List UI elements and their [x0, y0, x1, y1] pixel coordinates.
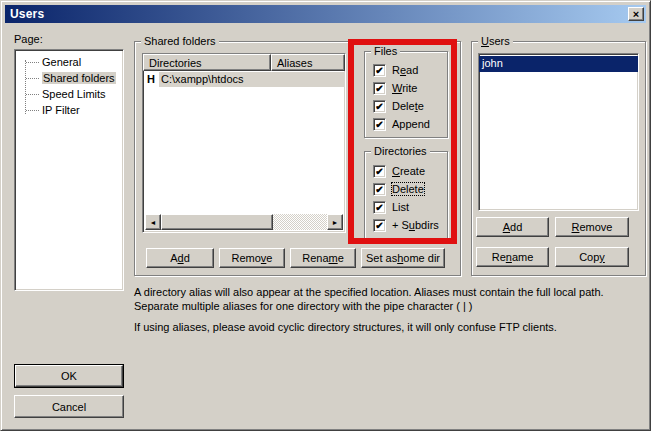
horizontal-scrollbar: ◄ ► [145, 214, 343, 230]
listview-header: Directories Aliases [143, 54, 345, 71]
set-as-home-dir-button[interactable]: Set as home dir [361, 248, 445, 268]
dirs-subdirs-option: ✔ + Subdirs [373, 218, 439, 232]
page-tree: General Shared folders Speed Limits IP F… [14, 49, 124, 291]
column-header-aliases[interactable]: Aliases [271, 54, 345, 71]
close-icon: × [633, 9, 639, 19]
users-add-button[interactable]: Add [476, 217, 549, 237]
files-delete-label[interactable]: Delete [392, 100, 424, 112]
home-marker: H [147, 73, 159, 85]
users-dialog: Users × Page: General Shared folders Spe… [0, 0, 651, 431]
users-listbox: john [478, 53, 639, 211]
dirs-delete-option: ✔ Delete [373, 182, 424, 196]
subdirs-checkbox[interactable]: ✔ [373, 219, 386, 232]
users-rename-button[interactable]: Rename [476, 247, 549, 267]
column-header-directories[interactable]: Directories [143, 54, 271, 71]
scroll-right-button[interactable]: ► [327, 214, 343, 230]
scroll-left-icon: ◄ [150, 219, 157, 226]
sidebar-item-general[interactable]: General [15, 54, 123, 70]
list-label[interactable]: List [392, 201, 409, 213]
shared-rename-button[interactable]: Rename [290, 248, 356, 268]
append-checkbox[interactable]: ✔ [373, 118, 386, 131]
scroll-thumb[interactable] [161, 214, 273, 230]
files-delete-checkbox[interactable]: ✔ [373, 100, 386, 113]
scroll-left-button[interactable]: ◄ [145, 214, 161, 230]
alias-notes: A directory alias will also appear at th… [134, 285, 642, 334]
shared-folders-group-label: Shared folders [141, 35, 219, 47]
ok-button[interactable]: OK [15, 365, 123, 387]
titlebar: Users × [5, 5, 646, 23]
scroll-track[interactable] [273, 214, 327, 230]
append-label[interactable]: Append [392, 118, 430, 130]
dirs-delete-checkbox[interactable]: ✔ [373, 183, 386, 196]
create-label[interactable]: Create [392, 165, 425, 177]
write-label[interactable]: Write [392, 82, 417, 94]
users-group-label: Users [478, 35, 513, 47]
sidebar-item-speed-limits[interactable]: Speed Limits [15, 86, 123, 102]
directory-listview: Directories Aliases H C:\xampp\htdocs ◄ … [142, 53, 346, 233]
scroll-right-icon: ► [332, 219, 339, 226]
files-delete-option: ✔ Delete [373, 99, 424, 113]
close-button[interactable]: × [628, 7, 644, 21]
directory-path: C:\xampp\htdocs [159, 72, 345, 87]
files-group-label: Files [371, 45, 400, 57]
files-write-option: ✔ Write [373, 81, 417, 95]
window-title: Users [10, 7, 628, 21]
dirs-delete-label[interactable]: Delete [392, 183, 424, 195]
user-list-item[interactable]: john [479, 56, 638, 72]
directories-permissions-group: Directories ✔ Create ✔ Delete ✔ List ✔ +… [364, 151, 448, 239]
sidebar-item-shared-folders[interactable]: Shared folders [15, 70, 123, 86]
cancel-button[interactable]: Cancel [14, 395, 124, 418]
directories-group-label: Directories [371, 145, 430, 157]
page-label: Page: [14, 33, 43, 45]
ok-button-ring: OK [14, 364, 124, 388]
users-remove-button[interactable]: Remove [555, 217, 629, 237]
directory-row[interactable]: H C:\xampp\htdocs [143, 71, 345, 87]
list-checkbox[interactable]: ✔ [373, 201, 386, 214]
read-checkbox[interactable]: ✔ [373, 64, 386, 77]
alias-note-1: A directory alias will also appear at th… [134, 285, 642, 313]
dirs-create-option: ✔ Create [373, 164, 425, 178]
users-copy-button[interactable]: Copy [555, 247, 629, 267]
shared-remove-button[interactable]: Remove [219, 248, 285, 268]
dirs-list-option: ✔ List [373, 200, 409, 214]
read-label[interactable]: Read [392, 64, 418, 76]
shared-add-button[interactable]: Add [146, 248, 214, 268]
write-checkbox[interactable]: ✔ [373, 82, 386, 95]
subdirs-label[interactable]: + Subdirs [392, 219, 439, 231]
files-append-option: ✔ Append [373, 117, 430, 131]
files-read-option: ✔ Read [373, 63, 418, 77]
files-permissions-group: Files ✔ Read ✔ Write ✔ Delete ✔ Append [364, 51, 448, 138]
sidebar-item-ip-filter[interactable]: IP Filter [15, 102, 123, 118]
create-checkbox[interactable]: ✔ [373, 165, 386, 178]
alias-note-2: If using aliases, please avoid cyclic di… [134, 320, 642, 334]
